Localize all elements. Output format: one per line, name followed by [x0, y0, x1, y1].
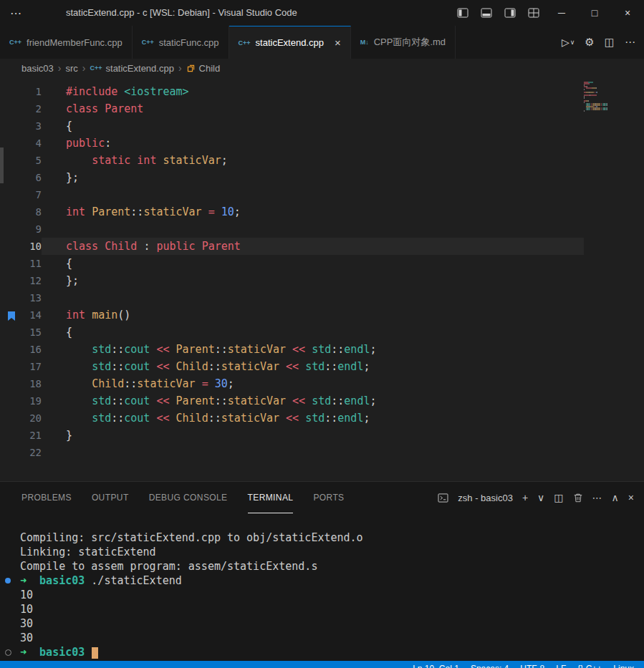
terminal-output[interactable]: Compiling: src/staticExtend.cpp to obj/s… [0, 513, 644, 661]
line-number[interactable]: 9 [0, 221, 42, 238]
kill-terminal-icon[interactable] [573, 493, 583, 503]
code-line[interactable]: 14int main() [0, 306, 584, 324]
line-number[interactable]: 1 [0, 83, 42, 100]
breadcrumb-item-src[interactable]: src [65, 63, 77, 74]
tab-friendMemberFunc.cpp[interactable]: C++friendMemberFunc.cpp [0, 26, 133, 59]
tab-CPP面向对象.md[interactable]: M↓CPP面向对象.md [351, 26, 456, 59]
panel-tab-problems[interactable]: PROBLEMS [21, 482, 72, 513]
line-number[interactable]: 22 [0, 444, 42, 461]
settings-gear-icon[interactable]: ⚙ [585, 36, 594, 49]
terminal-line: Compile to assem program: assem/staticEx… [20, 559, 644, 573]
code-line[interactable]: 6}; [0, 169, 584, 186]
split-editor-icon[interactable]: ◫ [605, 36, 615, 49]
line-number[interactable]: 3 [0, 117, 42, 135]
code-line[interactable]: 15{ [0, 324, 584, 341]
menu-icon[interactable]: ⋯ [10, 6, 22, 20]
line-number[interactable]: 6 [0, 169, 42, 186]
code-line[interactable]: 4public: [0, 135, 584, 152]
line-number[interactable]: 14 [0, 306, 42, 324]
command-decoration-circle[interactable] [5, 649, 11, 656]
split-terminal-icon[interactable]: ◫ [554, 492, 563, 503]
code-text: { [42, 117, 72, 135]
terminal-line: Compiling: src/staticExtend.cpp to obj/s… [20, 531, 644, 545]
toggle-primary-sidebar-icon[interactable] [451, 0, 474, 26]
code-line[interactable]: 16 std::cout << Parent::staticVar << std… [0, 341, 584, 358]
panel-tab-ports[interactable]: PORTS [313, 482, 344, 513]
more-actions-icon[interactable]: ⋯ [625, 36, 635, 49]
close-panel-icon[interactable]: × [628, 492, 634, 503]
code-editor[interactable]: 1#include <iostream>2class Parent3{4publ… [0, 77, 644, 481]
tab-close-icon[interactable]: × [335, 37, 341, 49]
line-number[interactable]: 11 [0, 255, 42, 272]
breadcrumb-item-staticExtend.cpp[interactable]: C++staticExtend.cpp [90, 63, 174, 74]
line-number[interactable]: 18 [0, 375, 42, 392]
breadcrumb-item-Child[interactable]: Child [186, 63, 221, 74]
new-terminal-button[interactable]: + [522, 492, 528, 503]
code-line[interactable]: 8int Parent::staticVar = 10; [0, 203, 584, 221]
line-number[interactable]: 20 [0, 410, 42, 427]
tab-label: staticExtend.cpp [256, 37, 324, 48]
terminal-line: 10 [20, 602, 644, 616]
tab-staticFunc.cpp[interactable]: C++staticFunc.cpp [133, 26, 229, 59]
code-line[interactable]: 1#include <iostream> [0, 83, 584, 100]
command-decoration-dot[interactable] [5, 578, 11, 584]
code-line[interactable]: 5 static int staticVar; [0, 152, 584, 169]
code-text: std::cout << Parent::staticVar << std::e… [42, 341, 377, 358]
toggle-panel-icon[interactable] [474, 0, 498, 26]
line-number[interactable]: 4 [0, 135, 42, 152]
line-number[interactable]: 5 [0, 152, 42, 169]
line-number[interactable]: 8 [0, 203, 42, 221]
code-line[interactable]: 13 [0, 289, 584, 306]
code-line[interactable]: 7 [0, 186, 584, 203]
line-number[interactable]: 2 [0, 100, 42, 117]
maximize-panel-icon[interactable]: ∧ [612, 492, 619, 503]
status-item[interactable]: {} C++ [577, 664, 602, 668]
status-item[interactable]: Ln 10, Col 1 [413, 664, 459, 668]
line-number[interactable]: 7 [0, 186, 42, 203]
code-line[interactable]: 21} [0, 427, 584, 444]
panel-tab-output[interactable]: OUTPUT [92, 482, 129, 513]
panel-tab-terminal[interactable]: TERMINAL [248, 482, 294, 513]
line-number[interactable]: 16 [0, 341, 42, 358]
line-number[interactable]: 15 [0, 324, 42, 341]
minimap[interactable] [584, 82, 620, 113]
status-bar: Ln 10, Col 1Spaces: 4UTF-8LF{} C++Linux [0, 661, 644, 668]
code-line[interactable]: 18 Child::staticVar = 30; [0, 375, 584, 392]
code-line[interactable]: 9 [0, 221, 584, 238]
tab-staticExtend.cpp[interactable]: C++staticExtend.cpp× [229, 26, 351, 59]
terminal-profile-dropdown-icon[interactable]: ∨ [537, 492, 544, 503]
terminal-tab-label[interactable]: zsh - basic03 [458, 493, 513, 503]
code-text: }; [42, 272, 79, 289]
breadcrumb-item-basic03[interactable]: basic03 [21, 63, 54, 74]
status-item[interactable]: UTF-8 [520, 664, 544, 668]
customize-layout-icon[interactable] [522, 0, 545, 26]
line-number[interactable]: 12 [0, 272, 42, 289]
run-button[interactable]: ▷∨ [562, 37, 575, 48]
line-number[interactable]: 17 [0, 358, 42, 375]
code-line[interactable]: 19 std::cout << Parent::staticVar << std… [0, 392, 584, 410]
toggle-secondary-sidebar-icon[interactable] [498, 0, 522, 26]
code-line[interactable]: 20 std::cout << Child::staticVar << std:… [0, 410, 584, 427]
status-item[interactable]: Spaces: 4 [471, 664, 509, 668]
line-number[interactable]: 10 [0, 238, 42, 255]
code-line[interactable]: 17 std::cout << Child::staticVar << std:… [0, 358, 584, 375]
line-number[interactable]: 13 [0, 289, 42, 306]
status-item[interactable]: LF [556, 664, 566, 668]
editor-actions: ▷∨⚙◫⋯ [553, 26, 644, 59]
close-button[interactable]: × [611, 0, 644, 26]
maximize-button[interactable]: □ [578, 0, 611, 26]
line-number[interactable]: 21 [0, 427, 42, 444]
panel-more-actions-icon[interactable]: ⋯ [592, 492, 602, 503]
code-line[interactable]: 10class Child : public Parent [0, 238, 584, 255]
code-line[interactable]: 2class Parent [0, 100, 584, 117]
code-line[interactable]: 12}; [0, 272, 584, 289]
line-number[interactable]: 19 [0, 392, 42, 410]
code-line[interactable]: 3{ [0, 117, 584, 135]
minimize-button[interactable]: ─ [545, 0, 578, 26]
panel-tab-debug-console[interactable]: DEBUG CONSOLE [149, 482, 228, 513]
status-item[interactable]: Linux [613, 664, 634, 668]
code-line[interactable]: 11{ [0, 255, 584, 272]
code-text: class Child : public Parent [42, 238, 241, 255]
code-line[interactable]: 22 [0, 444, 584, 461]
code-text [42, 186, 66, 203]
